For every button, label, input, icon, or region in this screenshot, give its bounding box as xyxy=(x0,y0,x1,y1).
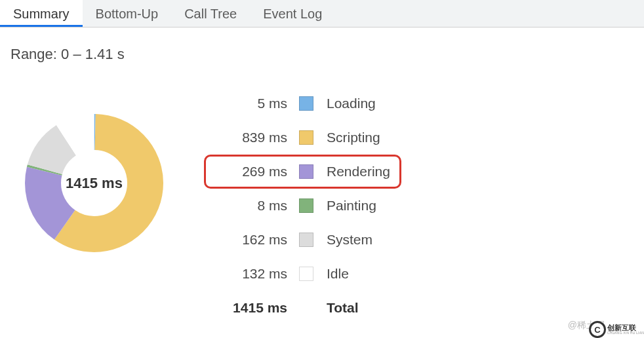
legend: 5 ms Loading 839 ms Scripting 269 ms Ren… xyxy=(204,86,401,325)
summary-panel: Range: 0 – 1.41 s 1415 ms 5 ms Loading 8… xyxy=(0,28,644,338)
legend-row-scripting: 839 ms Scripting xyxy=(204,121,401,155)
legend-value: 132 ms xyxy=(215,266,287,282)
legend-total-value: 1415 ms xyxy=(215,300,287,316)
tab-bottom-up[interactable]: Bottom-Up xyxy=(83,0,172,27)
watermark-text: 创新互联 CHUANG XIN HU LIAN xyxy=(607,324,644,335)
donut-center-total: 1415 ms xyxy=(66,175,123,192)
legend-swatch-empty xyxy=(299,301,313,315)
legend-swatch-rendering xyxy=(299,164,313,179)
legend-swatch-idle xyxy=(299,267,313,281)
watermark-line2: CHUANG XIN HU LIAN xyxy=(607,331,644,335)
summary-main: 1415 ms 5 ms Loading 839 ms Scripting 26… xyxy=(10,86,634,325)
legend-swatch-loading xyxy=(299,96,313,111)
tab-summary[interactable]: Summary xyxy=(0,0,83,27)
legend-value: 269 ms xyxy=(215,164,287,179)
legend-row-system: 162 ms System xyxy=(204,223,401,257)
watermark: C 创新互联 CHUANG XIN HU LIAN xyxy=(589,321,644,338)
legend-label: System xyxy=(327,232,372,248)
donut-chart: 1415 ms xyxy=(24,113,165,254)
tab-event-log[interactable]: Event Log xyxy=(250,0,335,27)
legend-value: 839 ms xyxy=(215,130,287,145)
legend-value: 162 ms xyxy=(215,232,287,248)
legend-row-total: 1415 ms Total xyxy=(204,291,401,325)
legend-row-rendering: 269 ms Rendering xyxy=(204,155,401,189)
legend-label: Painting xyxy=(327,198,376,214)
legend-total-label: Total xyxy=(327,300,359,316)
legend-label: Rendering xyxy=(327,164,390,179)
legend-value: 5 ms xyxy=(215,96,287,111)
legend-row-loading: 5 ms Loading xyxy=(204,86,401,121)
legend-label: Loading xyxy=(327,96,376,111)
legend-row-painting: 8 ms Painting xyxy=(204,189,401,223)
legend-swatch-scripting xyxy=(299,130,313,145)
tabs-bar: Summary Bottom-Up Call Tree Event Log xyxy=(0,0,644,28)
watermark-logo-icon: C xyxy=(589,321,606,338)
legend-label: Scripting xyxy=(327,130,380,145)
legend-swatch-painting xyxy=(299,198,313,213)
tab-call-tree[interactable]: Call Tree xyxy=(171,0,250,27)
legend-label: Idle xyxy=(327,266,349,282)
legend-swatch-system xyxy=(299,233,313,247)
range-text: Range: 0 – 1.41 s xyxy=(10,46,634,63)
legend-row-idle: 132 ms Idle xyxy=(204,257,401,291)
legend-value: 8 ms xyxy=(215,198,287,214)
